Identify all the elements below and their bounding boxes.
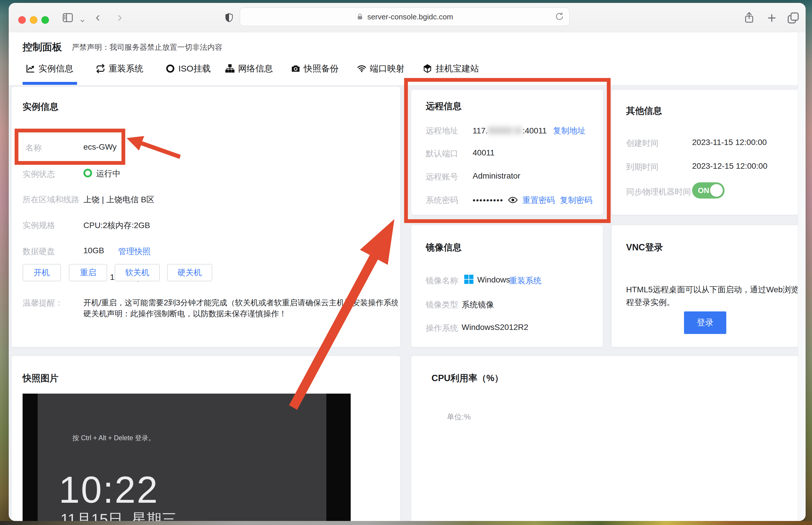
tab-label: 重装系统 [108,63,143,75]
chevron-down-icon[interactable]: ⌄ [79,13,86,25]
system-password-value: ••••••••• 重置密码 复制密码 [473,195,592,206]
card-title: 快照图片 [23,372,59,384]
page-title: 控制面板 [23,41,62,54]
shield-icon[interactable] [224,11,234,24]
wifi-icon [357,64,366,73]
tabs-overview-icon[interactable] [786,11,800,25]
tab-reinstall-system[interactable]: 重装系统 [96,62,143,75]
card-title: 镜像信息 [426,241,462,254]
zoom-window-button[interactable] [41,16,49,24]
remote-info-card: 远程信息 远程地址 117.:40011 复制地址 默认端口 40011 远程账… [411,90,603,215]
tab-network-info[interactable]: 网络信息 [225,62,273,75]
instance-info-card: 实例信息 名称 ecs-GWy 实例状态 运行中 所在区域和线路 上饶 | 上饶… [12,87,400,347]
new-tab-icon[interactable]: + [767,12,776,24]
remote-address-value: 117.:40011 复制地址 [473,125,586,136]
forward-icon[interactable]: › [118,11,122,22]
vnc-desc-line2: 程登录实例。 [626,297,675,308]
browser-toolbar: ⌄ ‹ › server-console.bgidc.com [9,3,806,33]
image-name-label: 镜像名称 [426,275,458,286]
sidebar-icon[interactable] [61,12,74,24]
active-tab-underline [23,82,77,85]
reminder-line1: 开机/重启，这可能需要2到3分钟才能完成（软关机或者软重启请确保云主机已安装操作… [84,298,398,308]
reboot-button[interactable]: 重启 [69,264,107,281]
disk-value: 10GB [84,246,104,255]
tab-label: 快照备份 [304,63,339,75]
reminder-line2: 硬关机声明：此操作强制断电，以防数据未保存谨慎操作！ [84,309,398,319]
card-title: 实例信息 [23,101,59,113]
tab-snapshot-backup[interactable]: 快照备份 [291,62,339,75]
spec-label: 实例规格 [23,220,55,231]
tab-label: 挂机宝建站 [435,63,479,75]
tab-instance-info[interactable]: 实例信息 [26,62,73,75]
masked-ip-segment [488,127,513,134]
hard-shutdown-button[interactable]: 硬关机 [167,264,212,281]
image-info-card: 镜像信息 镜像名称 Windows 重装系统 镜像类型 系统镜像 操作系统 Wi… [411,225,603,347]
card-title: VNC登录 [626,241,663,254]
tab-label: 实例信息 [39,63,73,75]
os-label: 操作系统 [426,323,458,334]
tab-label: 端口映射 [370,63,404,75]
system-password-label: 系统密码 [426,195,458,206]
tab-iso-mount[interactable]: ISO挂载 [166,62,211,75]
lockscreen-date: 11月15日, 星期三 [60,509,177,521]
password-dots: ••••••••• [473,196,503,205]
cube-icon [423,64,432,73]
card-title: 远程信息 [426,100,462,112]
minimize-window-button[interactable] [30,16,38,24]
tab-label: ISO挂载 [178,63,211,75]
vnc-login-card: VNC登录 HTML5远程桌面可以从下面启动，通过Web浏览器远 程登录实例。 … [611,225,799,347]
card-title: 其他信息 [626,105,662,117]
tab-label: 网络信息 [238,63,273,75]
region-label: 所在区域和线路 [23,194,79,205]
scrollbar[interactable] [798,32,806,521]
remote-account-value: Administrator [473,171,520,181]
sitemap-icon [225,64,235,73]
card-title: CPU利用率（%） [431,372,503,384]
snapshot-image-card: 快照图片 按 Ctrl + Alt + Delete 登录。 10:22 11月… [12,356,400,521]
status-value: 运行中 [84,168,120,179]
eye-icon[interactable] [508,195,518,205]
status-running-icon [84,169,92,177]
expire-time-label: 到期时间 [626,162,659,172]
image-type-value: 系统镜像 [462,299,494,310]
vm-lockscreen-screenshot: 按 Ctrl + Alt + Delete 登录。 10:22 11月15日, … [23,394,351,521]
copy-password-link[interactable]: 复制密码 [560,196,592,205]
name-value: ecs-GWy [84,142,117,152]
toggle-knob [710,184,723,197]
vnc-desc-line1: HTML5远程桌面可以从下面启动，通过Web浏览器远 [626,284,806,295]
url-text: server-console.bgidc.com [367,13,453,21]
power-on-button[interactable]: 开机 [23,264,61,281]
sync-time-label: 同步物理机器时间 [626,186,691,197]
reinstall-system-link[interactable]: 重装系统 [509,275,542,286]
share-icon[interactable] [743,11,755,25]
reload-icon[interactable] [555,12,564,21]
image-type-label: 镜像类型 [426,299,458,310]
screenshot-black-bar [326,394,351,521]
url-bar[interactable]: server-console.bgidc.com [240,7,570,26]
tab-port-mapping[interactable]: 端口映射 [357,62,404,75]
safari-window: ⌄ ‹ › server-console.bgidc.com [9,3,806,521]
windows-logo-icon [463,274,474,285]
soft-shutdown-button[interactable]: 软关机 [115,264,160,281]
reset-password-link[interactable]: 重置密码 [522,196,555,205]
disclaimer-text: 严禁声明：我司服务器禁止放置一切非法内容 [72,42,222,52]
tab-site-builder[interactable]: 挂机宝建站 [423,62,479,75]
status-label: 实例状态 [23,169,55,180]
expire-time-value: 2023-12-15 12:00:00 [692,162,767,171]
screenshot-black-bar [23,394,38,521]
created-time-label: 创建时间 [626,138,659,149]
spec-value: CPU:2核内存:2GB [84,220,150,231]
reminder-label: 温馨提醒： [23,298,63,309]
other-info-card: 其他信息 创建时间 2023-11-15 12:00:00 到期时间 2023-… [611,90,799,215]
manage-snapshot-link[interactable]: 管理快照 [118,246,151,257]
close-window-button[interactable] [18,16,26,24]
copy-address-link[interactable]: 复制地址 [553,126,586,135]
iso-circle-icon [166,64,175,73]
vnc-login-button[interactable]: 登录 [684,311,726,334]
repeat-icon [96,64,105,73]
sync-time-toggle[interactable]: ON [692,182,725,198]
created-time-value: 2023-11-15 12:00:00 [692,138,767,147]
back-icon[interactable]: ‹ [95,11,100,22]
lockscreen-clock: 10:22 [59,472,159,507]
name-label: 名称 [26,142,42,153]
